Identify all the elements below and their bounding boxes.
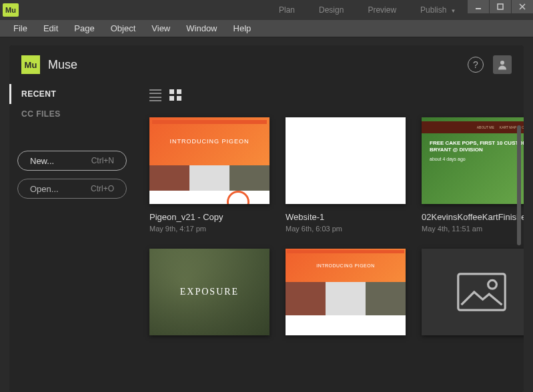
project-thumbnail: INTRODUCING PIGEON — [149, 117, 270, 204]
tab-design[interactable]: Design — [307, 1, 356, 19]
project-date: May 9th, 4:17 pm — [149, 225, 270, 233]
menu-edit[interactable]: Edit — [35, 21, 66, 36]
app-badge: Mu — [3, 3, 19, 17]
workspace: Mu Muse ? RECENT CC FILES New... Ctrl+N — [0, 37, 533, 392]
tab-preview[interactable]: Preview — [356, 1, 408, 19]
project-title: Pigeon_v21 - Copy — [149, 212, 270, 222]
svg-rect-1 — [498, 4, 503, 9]
scrollbar[interactable] — [517, 125, 521, 245]
project-grid: INTRODUCING PIGEON Pigeon_v21 - Copy May… — [149, 117, 506, 335]
close-button[interactable] — [512, 0, 533, 13]
help-icon[interactable]: ? — [468, 57, 484, 73]
grid-view-icon[interactable] — [169, 89, 181, 101]
recent-content: INTRODUCING PIGEON Pigeon_v21 - Copy May… — [143, 84, 524, 392]
image-placeholder-icon — [455, 271, 508, 313]
project-date: May 4th, 11:51 am — [422, 225, 524, 233]
project-thumbnail — [286, 117, 406, 204]
sidebar-tab-ccfiles[interactable]: CC FILES — [9, 104, 135, 124]
chevron-down-icon: ▼ — [450, 8, 456, 14]
project-card[interactable] — [422, 249, 524, 335]
project-thumbnail — [422, 249, 524, 335]
project-thumbnail: INTRODUCING PIGEON — [286, 249, 406, 335]
view-toggles — [149, 89, 181, 101]
project-card[interactable]: INTRODUCING PIGEON Pigeon_v21 - Copy May… — [149, 117, 270, 233]
new-button[interactable]: New... Ctrl+N — [17, 151, 127, 171]
menu-help[interactable]: Help — [225, 21, 259, 36]
menu-file[interactable]: File — [5, 21, 35, 36]
app-title: Muse — [48, 58, 77, 72]
workspace-tabs: Plan Design Preview Publish▼ — [267, 1, 468, 19]
new-shortcut: Ctrl+N — [91, 156, 114, 165]
maximize-button[interactable] — [490, 0, 511, 13]
window-controls — [467, 0, 533, 13]
panel-header: Mu Muse ? — [9, 45, 524, 84]
menu-page[interactable]: Page — [66, 21, 102, 36]
project-card[interactable]: INTRODUCING PIGEON — [286, 249, 406, 335]
project-date: May 6th, 6:03 pm — [286, 225, 406, 233]
start-panel: Mu Muse ? RECENT CC FILES New... Ctrl+N — [9, 45, 524, 392]
open-shortcut: Ctrl+O — [91, 184, 114, 193]
menubar: File Edit Page Object View Window Help — [0, 20, 533, 37]
project-thumbnail: EXPOSURE — [149, 249, 270, 335]
project-title: 02KevinsKoffeeKartFinished — [422, 212, 524, 222]
titlebar: Mu Plan Design Preview Publish▼ — [0, 0, 533, 20]
svg-point-6 — [488, 280, 497, 289]
project-title: Website-1 — [286, 212, 406, 222]
new-label: New... — [30, 156, 54, 166]
menu-object[interactable]: Object — [103, 21, 144, 36]
menu-view[interactable]: View — [143, 21, 178, 36]
sidebar: RECENT CC FILES New... Ctrl+N Open... Ct… — [9, 84, 143, 392]
list-view-icon[interactable] — [149, 89, 161, 101]
open-label: Open... — [30, 184, 59, 194]
project-card[interactable]: Website-1 May 6th, 6:03 pm — [286, 117, 406, 233]
menu-window[interactable]: Window — [178, 21, 225, 36]
tab-plan[interactable]: Plan — [267, 1, 307, 19]
open-button[interactable]: Open... Ctrl+O — [17, 179, 127, 199]
account-button[interactable] — [493, 55, 512, 74]
project-card[interactable]: EXPOSURE — [149, 249, 270, 335]
muse-logo: Mu — [21, 55, 40, 74]
user-icon — [496, 59, 508, 71]
sidebar-tab-recent[interactable]: RECENT — [9, 84, 135, 104]
minimize-button[interactable] — [468, 0, 489, 13]
project-thumbnail: ABOUT MEKART MAPCONTACT FREE CAKE POPS, … — [422, 117, 524, 204]
svg-rect-5 — [458, 274, 505, 310]
project-card[interactable]: ABOUT MEKART MAPCONTACT FREE CAKE POPS, … — [422, 117, 524, 233]
tab-publish[interactable]: Publish▼ — [408, 1, 468, 19]
svg-point-4 — [500, 61, 504, 65]
